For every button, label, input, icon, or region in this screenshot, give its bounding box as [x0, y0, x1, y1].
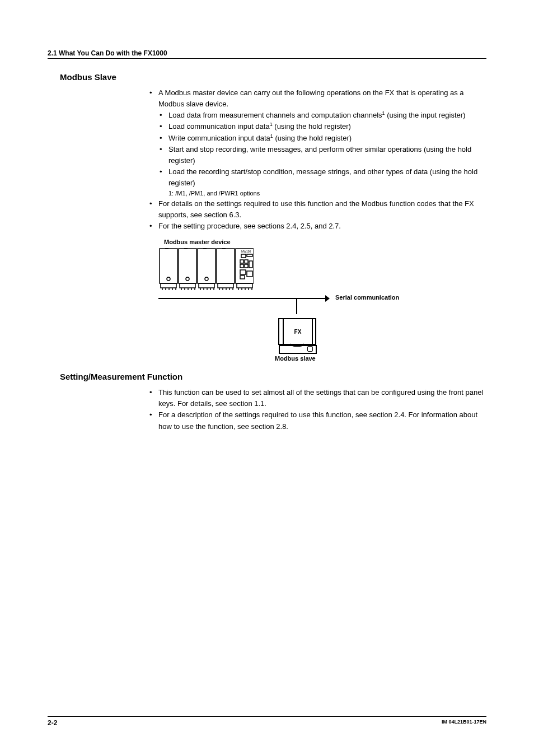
svg-rect-13	[241, 254, 246, 258]
fx-device-icon: FX	[278, 318, 315, 353]
page-number: 2-2	[48, 719, 57, 727]
text: Start and stop recording, write messages…	[168, 145, 471, 165]
svg-rect-10	[218, 283, 233, 288]
svg-rect-14	[247, 254, 252, 256]
list-item: For a description of the settings requir…	[148, 409, 486, 432]
text: (using the hold register)	[273, 122, 351, 130]
diagram-master-label: Modbus master device	[164, 239, 427, 245]
text: For the setting procedure, see sections …	[158, 222, 341, 230]
svg-rect-21	[247, 271, 252, 277]
svg-rect-9	[199, 283, 214, 288]
text: (using the hold register)	[273, 134, 352, 142]
text: (using the input register)	[385, 111, 466, 119]
sub-list: Load data from measurement channels and …	[158, 110, 486, 189]
svg-rect-2	[198, 249, 216, 283]
diagram: Modbus master device	[158, 239, 427, 358]
svg-point-6	[205, 277, 208, 281]
modbus-slave-label: Modbus slave	[275, 355, 316, 362]
bus-line-icon	[158, 298, 326, 299]
svg-rect-20	[240, 270, 246, 274]
list-item: Load data from measurement channels and …	[158, 110, 486, 121]
arrow-right-icon	[325, 295, 330, 302]
list-item: Write communication input data1 (using t…	[158, 133, 486, 144]
text: For details on the settings required to …	[158, 199, 474, 219]
modbus-slave-title: Modbus Slave	[60, 72, 486, 82]
chip-label: MW100	[241, 250, 251, 253]
text: A Modbus master device can carry out the…	[158, 88, 464, 108]
setting-list: This function can be used to set almost …	[148, 387, 486, 432]
list-item: Start and stop recording, write messages…	[158, 144, 486, 166]
list-item: Load the recording start/stop condition,…	[158, 166, 486, 189]
svg-rect-1	[179, 249, 196, 283]
section-header: 2.1 What You Can Do with the FX1000	[48, 49, 486, 59]
modbus-list: A Modbus master device can carry out the…	[148, 87, 486, 232]
doc-number: IM 04L21B01-17EN	[442, 719, 486, 727]
svg-rect-16	[245, 260, 248, 263]
serial-comm-label: Serial communication	[335, 294, 399, 301]
setting-function-title: Setting/Measurement Function	[60, 372, 486, 381]
list-item: For details on the settings required to …	[148, 198, 486, 221]
text: Write communication input data	[168, 134, 270, 142]
list-item: This function can be used to set almost …	[148, 387, 486, 409]
svg-point-4	[167, 277, 170, 281]
svg-rect-7	[161, 283, 176, 288]
svg-rect-3	[217, 249, 235, 283]
text: Load communication input data	[168, 122, 270, 130]
text: For a description of the settings requir…	[158, 410, 477, 430]
svg-rect-15	[240, 260, 243, 263]
footnote: 1: /M1, /PM1, and /PWR1 options	[168, 189, 486, 198]
fx-label: FX	[294, 329, 302, 335]
text: Load the recording start/stop condition,…	[168, 167, 477, 187]
master-device-icon: MW100	[158, 248, 254, 291]
svg-rect-0	[160, 249, 177, 283]
svg-rect-19	[249, 261, 252, 268]
list-item: A Modbus master device can carry out the…	[148, 87, 486, 198]
text: Load data from measurement channels and …	[168, 111, 382, 119]
svg-rect-12	[237, 283, 252, 288]
svg-rect-18	[245, 264, 248, 268]
list-item: For the setting procedure, see sections …	[148, 221, 486, 232]
svg-rect-8	[180, 283, 195, 288]
text: This function can be used to set almost …	[158, 388, 483, 408]
svg-rect-22	[240, 276, 245, 279]
svg-rect-17	[240, 264, 243, 268]
page-footer: 2-2 IM 04L21B01-17EN	[48, 716, 486, 727]
list-item: Load communication input data1 (using th…	[158, 121, 486, 132]
svg-point-5	[186, 277, 189, 281]
